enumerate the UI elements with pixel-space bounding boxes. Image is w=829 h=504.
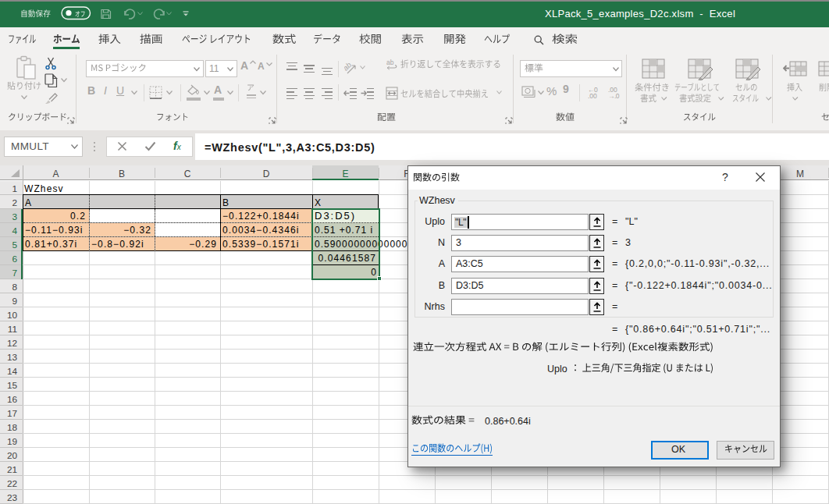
svg-text:ab: ab <box>386 59 394 66</box>
svg-text:ab: ab <box>344 61 353 73</box>
